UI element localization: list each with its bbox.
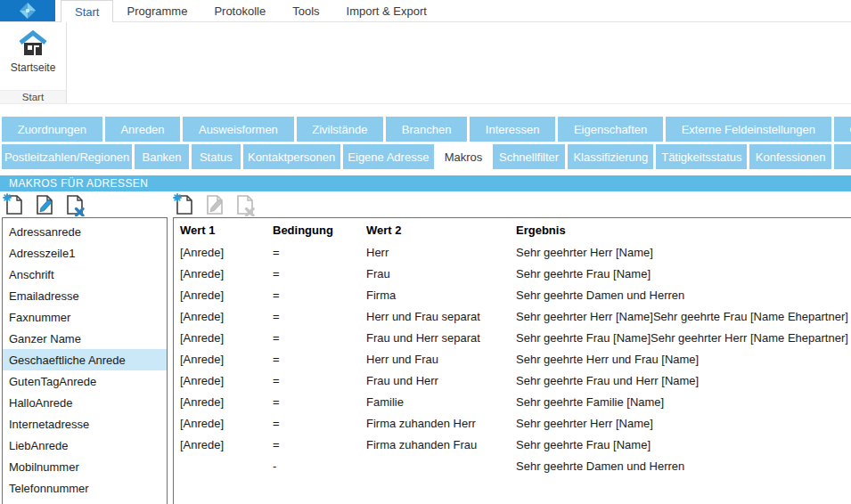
- table-row[interactable]: [Anrede]=HerrSehr geehrter Herr [Name]: [174, 241, 851, 263]
- table-cell: =: [266, 267, 360, 280]
- cat-tab-zivilstände[interactable]: Zivilstände: [297, 117, 384, 142]
- table-row[interactable]: [Anrede]=Frau und HerrSehr geehrte Frau …: [174, 370, 851, 391]
- cat-tab-tätigkeitsstatus[interactable]: Tätigkeitsstatus: [656, 144, 747, 169]
- table-row[interactable]: [Anrede]=Herr und Frau separatSehr geehr…: [174, 305, 851, 327]
- table-row[interactable]: [Anrede]=FrauSehr geehrte Frau [Name]: [174, 263, 851, 284]
- new-document-button[interactable]: [173, 193, 196, 216]
- table-cell: =: [266, 374, 360, 387]
- table-row[interactable]: [Anrede]=Firma zuhanden FrauSehr geehrte…: [174, 434, 851, 455]
- macro-list-item-adressanrede[interactable]: Adressanrede: [3, 221, 167, 242]
- macro-list-item-liebanrede[interactable]: LiebAnrede: [3, 435, 167, 456]
- edit-document-button: [203, 193, 226, 216]
- table-cell: Sehr geehrte Frau [Name]: [510, 267, 851, 280]
- ribbon-group-label: Start: [0, 90, 66, 103]
- table-row[interactable]: [Anrede]=FamilieSehr geehrte Familie [Na…: [174, 391, 851, 412]
- table-cell: [Anrede]: [174, 267, 266, 280]
- cat-tab-makros[interactable]: Makros: [437, 144, 490, 169]
- macro-list-item-adresszeile1[interactable]: Adresszeile1: [3, 242, 167, 264]
- cat-tab-schnellfilter[interactable]: Schnellfilter: [493, 144, 565, 169]
- delete-document-icon: [63, 193, 86, 216]
- cat-tab-postleitzahlen-regionen[interactable]: Postleitzahlen/Regionen: [2, 144, 132, 169]
- table-cell: Firma zuhanden Herr: [360, 417, 510, 430]
- new-document-button[interactable]: [3, 193, 26, 216]
- delete-document-button[interactable]: [63, 193, 86, 216]
- table-row[interactable]: [Anrede]=Herr und FrauSehr geehrte Herr …: [174, 348, 851, 370]
- cat-tab-klassifizierung[interactable]: Klassifizierung: [568, 144, 653, 169]
- macro-list-item-telefonnummer[interactable]: Telefonnummer: [3, 477, 167, 499]
- table-cell: Firma zuhanden Frau: [360, 438, 510, 451]
- table-cell: Frau und Herr separat: [360, 331, 510, 345]
- cat-tab-ausweisformen[interactable]: Ausweisformen: [183, 117, 293, 142]
- cat-tab-eigenschaften[interactable]: Eigenschaften: [558, 117, 663, 142]
- table-cell: Sehr geehrte Familie [Name]: [510, 395, 851, 409]
- table-cell: Sehr geehrte Damen und Herren: [510, 459, 851, 473]
- menu-tab-import-export[interactable]: Import & Export: [333, 0, 440, 21]
- macro-table-body: [Anrede]=HerrSehr geehrter Herr [Name][A…: [174, 241, 851, 476]
- table-cell: Sehr geehrte Frau [Name]: [510, 438, 851, 451]
- macro-list-item-emailadresse[interactable]: Emailadresse: [3, 285, 167, 306]
- cat-tab-branchen[interactable]: Branchen: [386, 117, 467, 142]
- category-tab-row-1: ZuordnungenAnredenAusweisformenZivilstän…: [0, 117, 851, 142]
- table-cell: Sehr geehrte Damen und Herren: [510, 289, 851, 302]
- delete-document-button: [233, 193, 257, 216]
- menu-tabs: StartProgrammeProtokolleToolsImport & Ex…: [61, 0, 440, 21]
- table-cell: =: [266, 310, 360, 323]
- cat-tab-eigene-adresse[interactable]: Eigene Adresse: [343, 144, 435, 169]
- table-cell: Frau und Herr: [360, 374, 510, 387]
- table-row[interactable]: [Anrede]=Frau und Herr separatSehr geehr…: [174, 327, 851, 348]
- menu-tab-tools[interactable]: Tools: [279, 0, 332, 21]
- menu-tab-start[interactable]: Start: [61, 0, 113, 22]
- macro-list-item-internetadresse[interactable]: Internetadresse: [3, 413, 167, 435]
- macro-table-panel: Wert 1BedingungWert 2Ergebnis [Anrede]=H…: [173, 217, 851, 504]
- table-row[interactable]: [Anrede]=Firma zuhanden HerrSehr geehrte…: [174, 412, 851, 434]
- table-row[interactable]: [Anrede]=FirmaSehr geehrte Damen und Her…: [174, 284, 851, 305]
- macro-list-item-geschaeftliche-anrede[interactable]: Geschaeftliche Anrede: [3, 349, 167, 370]
- edit-document-button[interactable]: [33, 193, 56, 216]
- table-cell: =: [266, 438, 360, 451]
- table-cell: =: [266, 353, 360, 366]
- table-cell: Familie: [360, 395, 510, 409]
- table-row[interactable]: -Sehr geehrte Damen und Herren: [174, 455, 851, 476]
- section-header: MAKROS FÜR ADRESSEN: [0, 175, 851, 191]
- delete-document-icon: [233, 193, 257, 216]
- macro-list-item-gutentaganrede[interactable]: GutenTagAnrede: [3, 370, 167, 392]
- table-cell: =: [266, 331, 360, 345]
- table-cell: [Anrede]: [174, 310, 266, 323]
- table-cell: Herr und Frau separat: [360, 310, 510, 323]
- menu-tab-protokolle[interactable]: Protokolle: [200, 0, 279, 21]
- macro-list-item-faxnummer[interactable]: Faxnummer: [3, 306, 167, 328]
- ribbon: Startseite Start: [0, 22, 851, 104]
- cat-tab-kontaktpersonen[interactable]: Kontaktpersonen: [243, 144, 340, 169]
- new-document-icon: [3, 193, 26, 216]
- app-logo-button[interactable]: [0, 0, 55, 21]
- macro-list-item-anschrift[interactable]: Anschrift: [3, 264, 167, 285]
- macro-list-item-ganzer-name[interactable]: Ganzer Name: [3, 328, 167, 349]
- table-cell: [Anrede]: [174, 289, 266, 302]
- menu-tab-programme[interactable]: Programme: [113, 0, 200, 21]
- cat-tab-zuordnungen[interactable]: Zuordnungen: [2, 117, 102, 142]
- table-cell: Firma: [360, 289, 510, 302]
- cat-tab-konfessionen[interactable]: Konfessionen: [749, 144, 831, 169]
- table-cell: =: [266, 246, 360, 259]
- table-cell: Sehr geehrte Frau [Name]Sehr geehrter He…: [510, 331, 851, 345]
- table-cell: [Anrede]: [174, 374, 266, 387]
- cat-tab-interessen[interactable]: Interessen: [470, 117, 555, 142]
- startseite-button[interactable]: Startseite: [0, 22, 66, 90]
- cat-tab-outlook[interactable]: Outlook: [834, 117, 851, 142]
- cat-tab-partial: [834, 144, 851, 169]
- table-cell: =: [266, 395, 360, 409]
- cat-tab-banken[interactable]: Banken: [135, 144, 189, 169]
- macro-list-item-mobilnummer[interactable]: Mobilnummer: [3, 456, 167, 477]
- category-tab-area: ZuordnungenAnredenAusweisformenZivilstän…: [0, 117, 851, 172]
- cat-tab-anreden[interactable]: Anreden: [105, 117, 181, 142]
- table-cell: [Anrede]: [174, 395, 266, 409]
- cat-tab-externe-feldeinstellungen[interactable]: Externe Feldeinstellungen: [666, 117, 831, 142]
- table-cell: -: [266, 459, 360, 473]
- menu-bar: StartProgrammeProtokolleToolsImport & Ex…: [0, 0, 851, 22]
- macro-list-item-halloanrede[interactable]: HalloAnrede: [3, 392, 167, 413]
- cat-tab-status[interactable]: Status: [192, 144, 241, 169]
- table-cell: Sehr geehrter Herr [Name]: [510, 246, 851, 259]
- table-cell: Sehr geehrte Herr und Frau [Name]: [510, 353, 851, 366]
- column-header-wert-2: Wert 2: [360, 224, 510, 237]
- macro-list-toolbar: [3, 193, 173, 216]
